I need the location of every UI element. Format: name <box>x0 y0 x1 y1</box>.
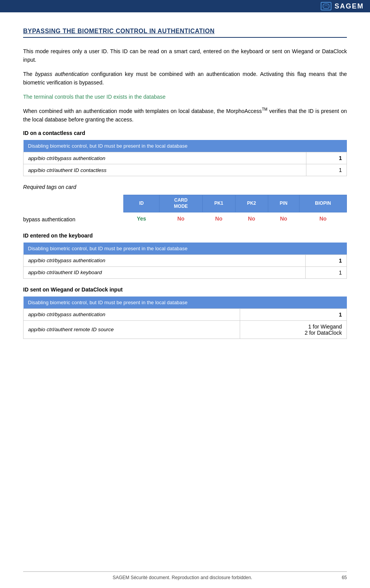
wiegand-row-2-value: 1 for Wiegand 2 for DataClock <box>240 320 347 339</box>
footer-text: SAGEM Sécurité document. Reproduction an… <box>113 575 252 580</box>
paragraph-1: This mode requires only a user ID. This … <box>23 47 347 64</box>
keyboard-table-header-cell: Disabling biometric control, but ID must… <box>24 243 347 255</box>
contactless-row-1-label: app/bio ctrl/bypass authentication <box>24 152 306 164</box>
contactless-table-header-row: Disabling biometric control, but ID must… <box>24 140 347 152</box>
tags-val-id: Yes <box>124 212 160 225</box>
contactless-row-1-value: 1 <box>306 152 346 164</box>
wiegand-row-1: app/bio ctrl/bypass authentication 1 <box>24 308 347 320</box>
contactless-table: Disabling biometric control, but ID must… <box>23 140 347 176</box>
teal-subtitle: The terminal controls that the user ID e… <box>23 93 347 101</box>
footer: SAGEM Sécurité document. Reproduction an… <box>23 571 347 580</box>
tags-label: Required tags on card <box>23 184 347 190</box>
tags-grid: bypass authentication ID CARDMODE PK1 PK… <box>23 195 347 224</box>
paragraph-3: When combined with an authentication mod… <box>23 106 347 124</box>
keyboard-table: Disabling biometric control, but ID must… <box>23 243 347 279</box>
col-pin: PIN <box>268 195 299 212</box>
wiegand-table-header-cell: Disabling biometric control, but ID must… <box>24 297 347 309</box>
wiegand-row-2-label: app/bio ctrl/authent remote ID source <box>24 320 240 339</box>
col-biopin: BIOPIN <box>299 195 347 212</box>
wiegand-row-1-value: 1 <box>240 308 347 320</box>
page-title: BYPASSING THE BIOMETRIC CONTROL IN AUTHE… <box>23 28 347 38</box>
tags-val-pk2: No <box>235 212 268 225</box>
tags-data-row-1: Yes No No No No No <box>124 212 347 225</box>
keyboard-row-2-value: 1 <box>306 266 347 278</box>
sagem-logo-text: SAGEM <box>335 2 364 10</box>
tags-section: Required tags on card bypass authenticat… <box>23 184 347 224</box>
keyboard-row-2-label: app/bio ctrl/authent ID keyboard <box>24 266 306 278</box>
tags-header-row: ID CARDMODE PK1 PK2 PIN BIOPIN <box>124 195 347 212</box>
section-wiegand-heading: ID sent on Wiegand or DataClock input <box>23 286 347 293</box>
paragraph-2: The bypass authentication configuration … <box>23 70 347 87</box>
keyboard-row-2: app/bio ctrl/authent ID keyboard 1 <box>24 266 347 278</box>
keyboard-row-1: app/bio ctrl/bypass authentication 1 <box>24 254 347 266</box>
bypass-auth-label: bypass authentication <box>23 216 75 222</box>
tags-val-biopin: No <box>299 212 347 225</box>
keyboard-row-1-value: 1 <box>306 254 347 266</box>
keyboard-row-1-label: app/bio ctrl/bypass authentication <box>24 254 306 266</box>
col-pk1: PK1 <box>202 195 235 212</box>
contactless-row-2: app/bio ctrl/authent ID contactless 1 <box>24 164 347 176</box>
contactless-table-header-cell: Disabling biometric control, but ID must… <box>24 140 347 152</box>
tags-right-table: ID CARDMODE PK1 PK2 PIN BIOPIN Yes No No <box>123 195 347 224</box>
keyboard-table-header-row: Disabling biometric control, but ID must… <box>24 243 347 255</box>
wiegand-row-1-label: app/bio ctrl/bypass authentication <box>24 308 240 320</box>
wiegand-table: Disabling biometric control, but ID must… <box>23 297 347 339</box>
sagem-logo: SAGEM <box>321 2 364 10</box>
contactless-row-1: app/bio ctrl/bypass authentication 1 <box>24 152 347 164</box>
wiegand-row-2: app/bio ctrl/authent remote ID source 1 … <box>24 320 347 339</box>
tags-val-card-mode: No <box>159 212 202 225</box>
section-keyboard-heading: ID entered on the keyboard <box>23 233 347 239</box>
footer-page-number: 65 <box>342 575 347 580</box>
col-id: ID <box>124 195 160 212</box>
main-content: BYPASSING THE BIOMETRIC CONTROL IN AUTHE… <box>0 12 370 370</box>
tags-val-pin: No <box>268 212 299 225</box>
section-contactless-heading: ID on a contactless card <box>23 130 347 136</box>
tags-header-table: ID CARDMODE PK1 PK2 PIN BIOPIN Yes No No <box>123 195 347 224</box>
tags-left-col: bypass authentication <box>23 195 123 222</box>
tags-val-pk1: No <box>202 212 235 225</box>
header-bar: SAGEM <box>0 0 370 12</box>
trademark-sup: TM <box>262 107 267 111</box>
col-card-mode: CARDMODE <box>159 195 202 212</box>
contactless-row-2-label: app/bio ctrl/authent ID contactless <box>24 164 306 176</box>
wiegand-table-header-row: Disabling biometric control, but ID must… <box>24 297 347 309</box>
contactless-row-2-value: 1 <box>306 164 346 176</box>
sagem-logo-icon <box>321 2 331 10</box>
col-pk2: PK2 <box>235 195 268 212</box>
